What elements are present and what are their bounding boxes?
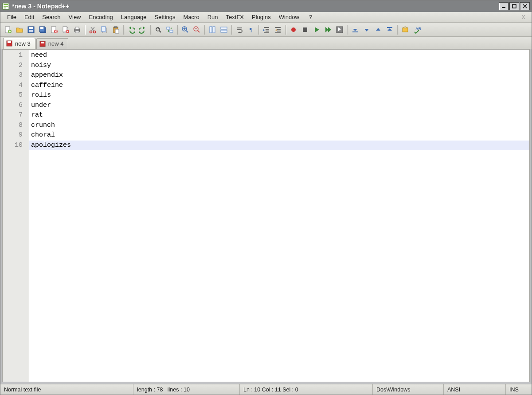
text-line[interactable]: rat [29,110,529,121]
svg-rect-3 [4,8,6,8]
line-number: 9 [3,130,29,141]
svg-point-32 [156,28,157,29]
menu-encoding[interactable]: Encoding [85,13,117,21]
zoom-in-icon[interactable] [180,24,191,35]
save-macro-icon[interactable] [334,24,345,35]
text-line[interactable]: choral [29,130,529,141]
menu-help[interactable]: ? [305,13,316,21]
save-icon[interactable] [25,24,37,35]
wordwrap-icon[interactable] [234,24,245,35]
titlebar: *new 3 - Notepad++ [0,0,532,12]
text-line[interactable]: apologizes [29,141,529,151]
line-number: 10 [3,141,29,151]
line-number: 1 [3,51,29,61]
sync-h-icon[interactable] [218,24,230,35]
menu-plugins[interactable]: Plugins [248,13,275,21]
toolbar-separator [397,25,398,35]
func-down-icon[interactable] [372,24,384,35]
save-all-icon[interactable] [37,24,48,35]
text-line[interactable]: need [29,51,529,61]
text-line[interactable]: rolls [29,90,529,101]
svg-rect-44 [303,27,307,32]
toolbar: ¶ABC [0,23,532,37]
func-up-icon[interactable] [361,24,372,35]
redo-icon[interactable] [137,24,149,35]
svg-point-43 [291,27,296,32]
tab-label: new 3 [15,40,31,47]
text-line[interactable]: caffeine [29,81,529,91]
menu-textfx[interactable]: TextFX [222,13,248,21]
svg-rect-4 [502,7,505,8]
svg-point-31 [156,27,160,31]
tab-new-3[interactable]: new 3 [3,38,35,49]
svg-rect-22 [75,27,79,29]
file-dirty-icon [6,40,12,47]
menu-language[interactable]: Language [117,13,151,21]
svg-rect-39 [213,27,215,33]
zoom-out-icon[interactable] [191,24,203,35]
show-all-icon[interactable]: ¶ [245,24,257,35]
paste-icon[interactable] [110,24,121,35]
text-area[interactable]: neednoisyappendixcaffeinerollsunderratcr… [29,50,529,382]
menu-settings[interactable]: Settings [151,13,180,21]
menu-window[interactable]: Window [275,13,303,21]
toolbar-separator [150,25,151,35]
undo-icon[interactable] [125,24,137,35]
indent-icon[interactable] [261,24,272,35]
svg-rect-29 [114,27,117,28]
close-window-button[interactable] [520,2,530,10]
svg-rect-1 [4,4,8,5]
play-macro-icon[interactable] [311,24,322,35]
sync-v-icon[interactable] [207,24,218,35]
menu-macro[interactable]: Macro [180,13,203,21]
replace-icon[interactable] [164,24,176,35]
tab-label: new 4 [48,40,64,47]
file-dirty-icon [39,41,46,47]
maximize-button[interactable] [509,2,519,10]
tab-new-4[interactable]: new 4 [36,38,69,49]
text-line[interactable]: appendix [29,70,529,81]
svg-rect-38 [210,27,212,33]
cut-icon[interactable] [87,24,98,35]
line-number: 8 [3,121,29,131]
text-line[interactable]: under [29,101,529,111]
play-multi-icon[interactable] [322,24,334,35]
close-icon[interactable] [48,24,60,35]
spellcheck-icon[interactable]: ABC [411,24,422,35]
outdent-icon[interactable] [272,24,284,35]
svg-rect-23 [75,31,79,33]
print-icon[interactable] [71,24,83,35]
svg-rect-27 [102,27,106,31]
text-line[interactable]: crunch [29,121,529,131]
preferences-icon[interactable] [399,24,411,35]
func-start-icon[interactable] [349,24,361,35]
func-end-icon[interactable] [384,24,395,35]
text-line[interactable]: noisy [29,61,529,71]
svg-rect-2 [4,6,8,7]
mdi-close-icon[interactable]: X [518,13,529,21]
minimize-button[interactable] [499,2,509,10]
svg-text:ABC: ABC [415,27,421,31]
menu-run[interactable]: Run [203,13,222,21]
menu-edit[interactable]: Edit [20,13,38,21]
toolbar-separator [231,25,232,35]
status-mode: INS [506,384,532,395]
svg-rect-15 [40,27,43,29]
svg-rect-35 [170,30,173,32]
svg-rect-12 [29,30,33,32]
menu-file[interactable]: File [3,13,20,21]
toolbar-separator [204,25,205,35]
new-file-icon[interactable] [2,24,14,35]
stop-macro-icon[interactable] [299,24,311,35]
record-macro-icon[interactable] [288,24,299,35]
copy-icon[interactable] [98,24,110,35]
close-all-icon[interactable] [60,24,71,35]
toolbar-separator [258,25,259,35]
menu-search[interactable]: Search [38,13,64,21]
find-icon[interactable] [153,24,164,35]
svg-rect-46 [403,28,408,32]
status-encoding: ANSI [444,384,506,395]
toolbar-separator [123,25,124,35]
open-file-icon[interactable] [14,24,25,35]
menu-view[interactable]: View [65,13,85,21]
